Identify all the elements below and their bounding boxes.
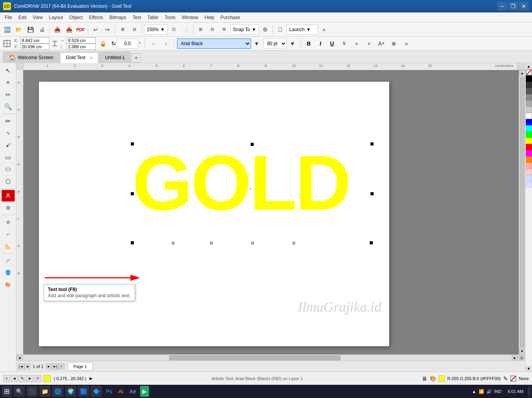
- connector-tool[interactable]: ⌐: [2, 228, 15, 240]
- color-blue[interactable]: [526, 119, 532, 125]
- color-mid-gray[interactable]: [526, 94, 532, 100]
- scroll-down-button[interactable]: ▼: [519, 348, 525, 354]
- properties-button[interactable]: 📋: [275, 24, 286, 35]
- publish-button[interactable]: PDF: [75, 24, 86, 35]
- color-orange[interactable]: [526, 156, 532, 163]
- no-color-swatch[interactable]: [526, 69, 532, 75]
- file-explorer-button[interactable]: 📁: [39, 386, 51, 397]
- menu-file[interactable]: File: [2, 14, 15, 21]
- fill-color-swatch[interactable]: [439, 375, 445, 382]
- canvas-background[interactable]: ×: [23, 70, 525, 354]
- distribute-button[interactable]: ⊟: [129, 24, 140, 35]
- document-canvas[interactable]: ×: [39, 82, 389, 346]
- coreldraw-button[interactable]: ▶: [140, 386, 149, 397]
- menu-tools[interactable]: Tools: [162, 14, 179, 21]
- menu-purchase[interactable]: Purchase: [217, 14, 243, 21]
- size-dropdown-btn[interactable]: ▼: [287, 38, 298, 49]
- rectangle-tool[interactable]: ▭: [2, 151, 15, 163]
- align-button[interactable]: ⊞: [117, 24, 128, 35]
- color-lighter-gray[interactable]: [526, 107, 532, 113]
- polygon-tool[interactable]: ⬡: [2, 175, 15, 187]
- color-lighter-red[interactable]: [526, 169, 532, 175]
- zoom-to-fit-button[interactable]: ⊡: [519, 355, 525, 361]
- h-input[interactable]: [67, 44, 96, 50]
- color-dark-gray[interactable]: [526, 82, 532, 88]
- parallel-tool[interactable]: ⊘: [2, 216, 15, 228]
- fill-tool[interactable]: 🪣: [2, 267, 15, 279]
- vertical-scrollbar[interactable]: ▲ ▼: [519, 70, 525, 354]
- eyedropper-tool[interactable]: 💉: [2, 255, 15, 267]
- color-black[interactable]: [526, 75, 532, 82]
- align-right-button[interactable]: ≡: [363, 38, 374, 49]
- size-select[interactable]: 80 pt: [263, 39, 287, 49]
- close-button[interactable]: ✕: [519, 2, 529, 11]
- menu-text[interactable]: Text: [129, 14, 144, 21]
- color-white[interactable]: [526, 113, 532, 119]
- export-button[interactable]: 📤: [63, 24, 74, 35]
- node-tool[interactable]: ⌖: [2, 77, 15, 88]
- color-red[interactable]: [526, 144, 532, 150]
- x-input[interactable]: [20, 37, 49, 44]
- launch-dropdown[interactable]: Launch ▼: [286, 25, 318, 35]
- palette-scroll-down[interactable]: ▼: [525, 365, 532, 372]
- bold-button[interactable]: B: [304, 39, 314, 49]
- underline-button[interactable]: U: [327, 39, 337, 49]
- more-button[interactable]: »: [318, 24, 329, 35]
- tab-untitled[interactable]: Untitled-1: [99, 52, 131, 63]
- mirror-h-button[interactable]: ↔: [148, 38, 159, 49]
- status-prev-button[interactable]: ◄: [11, 375, 18, 382]
- color-green[interactable]: [526, 131, 532, 138]
- tray-arrow[interactable]: ▲: [472, 389, 476, 394]
- angle-input[interactable]: [117, 39, 138, 49]
- scroll-left-button[interactable]: ◄: [16, 355, 23, 361]
- freehand-tool[interactable]: ✏: [2, 115, 15, 127]
- show-desktop-button[interactable]: [528, 386, 530, 397]
- start-button[interactable]: ⊞: [2, 386, 12, 397]
- color-light-gray[interactable]: [526, 100, 532, 107]
- palette-scroll-up[interactable]: ▲: [525, 63, 532, 69]
- font-select[interactable]: Arial Black: [177, 39, 251, 49]
- illustrator-button[interactable]: Ai: [116, 386, 125, 397]
- new-button[interactable]: 🆕: [2, 24, 12, 35]
- scroll-up-button[interactable]: ▲: [519, 70, 525, 76]
- add-page-button[interactable]: +: [58, 363, 65, 370]
- y-input[interactable]: [20, 44, 49, 50]
- menu-view[interactable]: View: [30, 14, 46, 21]
- status-edit-button[interactable]: ✎: [19, 375, 26, 382]
- zoom-page-button[interactable]: 📄: [180, 24, 191, 35]
- scroll-right-button[interactable]: ►: [512, 355, 518, 361]
- scroll-thumb[interactable]: [520, 77, 525, 347]
- zoom-dropdown[interactable]: 150% ▼: [144, 25, 168, 35]
- menu-help[interactable]: Help: [202, 14, 218, 21]
- menu-window[interactable]: Window: [179, 14, 202, 21]
- status-next-button[interactable]: ►: [26, 375, 33, 382]
- align-left-button[interactable]: ≡: [351, 38, 362, 49]
- status-add-button[interactable]: +: [3, 375, 10, 382]
- view-mode-button[interactable]: ⊞: [195, 24, 206, 35]
- scroll-thumb-h[interactable]: [169, 356, 341, 360]
- open-button[interactable]: 📂: [13, 24, 24, 35]
- measure-tool[interactable]: 📐: [2, 240, 15, 252]
- interactive-fill-tool[interactable]: 🎨: [2, 279, 15, 291]
- table-tool[interactable]: ⊞: [2, 202, 15, 214]
- tab-welcome[interactable]: 🏠 Welcome Screen: [3, 52, 59, 63]
- photoshop-button[interactable]: Ps: [104, 386, 114, 397]
- color-lavender[interactable]: [526, 181, 532, 188]
- ie-button[interactable]: 🌍: [65, 386, 76, 397]
- print-button[interactable]: 🖨: [37, 24, 47, 35]
- chrome-button[interactable]: 🌐: [52, 386, 63, 397]
- color-light-red[interactable]: [526, 163, 532, 169]
- restore-button[interactable]: ❐: [508, 2, 518, 11]
- char-options-button[interactable]: A▼: [376, 38, 387, 49]
- minimize-button[interactable]: ─: [497, 2, 507, 11]
- color-magenta[interactable]: [526, 150, 532, 156]
- gold-text-group[interactable]: ×: [132, 144, 349, 222]
- color-mgmt-button[interactable]: ⚙: [219, 24, 230, 35]
- zoom-tool[interactable]: 🔍: [2, 101, 15, 112]
- text-tool[interactable]: A: [2, 190, 15, 202]
- aftereffects-button[interactable]: Ae: [127, 386, 139, 397]
- mirror-v-button[interactable]: ↕: [160, 38, 171, 49]
- artmedia-tool[interactable]: 🖌: [2, 139, 15, 151]
- status-del-button[interactable]: ✕: [34, 375, 41, 382]
- italic-button[interactable]: I: [315, 39, 325, 49]
